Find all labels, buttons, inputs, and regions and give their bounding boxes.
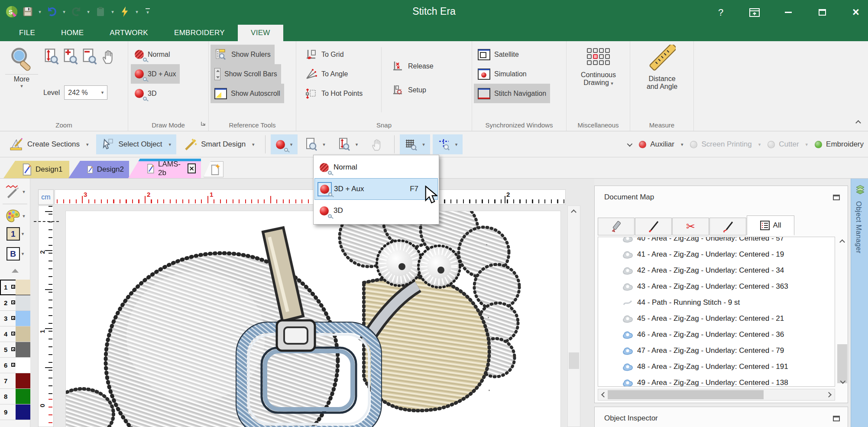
document-map-item[interactable]: 45 - Area - Zig-Zag - Underlay: Centered… (598, 310, 835, 326)
scroll-right-icon[interactable] (823, 389, 835, 400)
needle-color-2[interactable]: 2 (0, 295, 30, 311)
scroll-down-icon[interactable] (836, 376, 848, 387)
needle-color-1[interactable]: 1 (0, 280, 30, 295)
machine-toggle-auxiliar[interactable]: Auxiliar▾ (637, 134, 685, 154)
document-map-item[interactable]: 40 - Area - Zig-Zag - Underlay: Centered… (598, 237, 835, 246)
continuous-drawing-button[interactable]: Continuous Drawing ▾ (567, 48, 630, 87)
menu-item-normal[interactable]: Normal (314, 156, 438, 178)
document-map-item[interactable]: 48 - Area - Zig-Zag - Underlay: Centered… (598, 359, 835, 375)
zoom-level-combobox[interactable]: 242 %▾ (64, 85, 107, 100)
design-page[interactable] (66, 211, 560, 427)
machines-collapse-icon[interactable] (627, 140, 631, 148)
sync-stitch-navigation[interactable]: Stitch Navigation (474, 84, 550, 103)
machine-toggle-cutter[interactable]: Cutter▾ (766, 134, 810, 154)
grid-dropdown-button[interactable]: ▾ (400, 134, 430, 154)
object-inspector-maximize-icon[interactable] (833, 416, 840, 421)
zoom-tool-dropdown-button[interactable]: ▾ (300, 134, 330, 154)
needle-color-7[interactable]: 7 (0, 373, 30, 389)
sync-satellite[interactable]: Satellite (474, 45, 523, 64)
menu-item-3d[interactable]: 3D (314, 200, 438, 222)
document-tab-lams-2b[interactable]: LAMS-2b× (128, 159, 201, 178)
canvas-vertical-scrollbar[interactable] (567, 205, 580, 427)
filter-tab-needle[interactable] (635, 218, 672, 235)
sync-simulation[interactable]: Simulation (474, 64, 531, 84)
background-button[interactable]: B▾ (0, 247, 30, 261)
ribbon-tab-artwork[interactable]: ARTWORK (97, 25, 161, 41)
thread-palette-button[interactable]: ▾ (0, 208, 30, 224)
zoom-in-button[interactable] (63, 48, 78, 66)
pan-tool-button[interactable] (366, 134, 389, 154)
distance-angle-button[interactable]: Distance and Angle (630, 45, 694, 91)
draw-mode-dropdown-button[interactable]: ▾ (271, 134, 298, 154)
snap-setup[interactable]: Setup (388, 78, 430, 102)
collapse-ribbon-icon[interactable] (856, 119, 860, 127)
needle-1-button[interactable]: 1▾ (0, 227, 30, 241)
needle-color-5[interactable]: 5 (0, 342, 30, 358)
scrollbar-thumb[interactable] (608, 390, 764, 399)
object-manager-tab[interactable]: Object Manager (851, 179, 868, 427)
close-tab-icon[interactable]: × (188, 163, 196, 173)
zoom-out-button[interactable] (82, 48, 97, 66)
document-map-item[interactable]: 44 - Path - Running Stitch - 9 st (598, 294, 835, 310)
ruler-unit-label[interactable]: cm (38, 189, 54, 205)
document-map-item[interactable]: 41 - Area - Zig-Zag - Underlay: Centered… (598, 246, 835, 262)
filter-tab-pencil[interactable] (598, 218, 635, 235)
reference-show-autoscroll[interactable]: Show Autoscroll (211, 84, 284, 103)
document-map-maximize-icon[interactable] (833, 195, 840, 200)
needle-color-3[interactable]: 3 (0, 311, 30, 326)
needle-color-9[interactable]: 9 (0, 404, 30, 420)
palette-scroll-up-icon[interactable] (0, 269, 30, 273)
minimize-button[interactable] (782, 7, 794, 19)
ribbon-tab-view[interactable]: VIEW (238, 25, 283, 41)
create-sections-button[interactable]: Create Sections▾ (4, 134, 94, 154)
draw-mode-normal[interactable]: Normal (131, 45, 174, 64)
document-tab-design1[interactable]: Design1 (3, 161, 69, 178)
draw-mode-3d[interactable]: 3D (131, 84, 160, 103)
close-button[interactable]: × (850, 7, 862, 19)
snap-to-hot-points[interactable]: To Hot Points (301, 84, 366, 103)
maximize-button[interactable] (816, 7, 828, 19)
help-button[interactable]: ? (715, 7, 727, 19)
ribbon-toggle-button[interactable] (748, 7, 761, 19)
document-map-list[interactable]: 40 - Area - Zig-Zag - Underlay: Centered… (598, 237, 835, 387)
filter-tab-thread[interactable] (709, 218, 746, 235)
ribbon-tab-file[interactable]: FILE (6, 25, 48, 41)
scroll-up-icon[interactable] (568, 207, 580, 217)
select-object-button[interactable]: Select Object▾ (96, 134, 176, 154)
filter-tab-all[interactable]: All (747, 215, 794, 235)
needle-color-8[interactable]: 8 (0, 389, 30, 404)
horizontal-ruler[interactable]: 3212 (55, 189, 566, 205)
needle-color-6[interactable]: 6 (0, 358, 30, 373)
reference-show-scroll-bars[interactable]: Show Scroll Bars (211, 64, 281, 84)
ribbon-tab-home[interactable]: HOME (48, 25, 97, 41)
draw-mode-3d-aux[interactable]: 3D + Aux (131, 64, 180, 84)
machine-toggle-embroidery[interactable]: Embroidery (813, 134, 865, 154)
zoom-more-button[interactable]: More ▾ (5, 46, 38, 89)
snap-to-angle[interactable]: To Angle (301, 64, 352, 84)
document-map-vertical-scrollbar[interactable] (836, 237, 848, 387)
scroll-up-icon[interactable] (836, 237, 848, 247)
menu-item-3d-aux[interactable]: 3D + AuxF7 (314, 178, 438, 200)
stitch-edit-tool-button[interactable]: ▾ (0, 184, 30, 199)
vertical-ruler[interactable]: 210 (38, 205, 54, 427)
needle-color-4[interactable]: 4 (0, 326, 30, 342)
snap-to-grid[interactable]: To Grid (301, 45, 348, 64)
reference-show-rulers[interactable]: Show Rulers (211, 45, 275, 64)
document-map-item[interactable]: 42 - Area - Zig-Zag - Underlay: Centered… (598, 262, 835, 278)
machine-toggle-screen-printing[interactable]: Screen Printing▾ (688, 134, 762, 154)
document-map-item[interactable]: 49 - Area - Zig-Zag - Underlay: Centered… (598, 375, 835, 387)
scrollbar-thumb[interactable] (569, 352, 579, 369)
smart-design-button[interactable]: Smart Design▾ (179, 134, 260, 154)
pan-hand-icon[interactable] (101, 48, 116, 66)
ribbon-tab-embroidery[interactable]: EMBROIDERY (161, 25, 238, 41)
filter-tab-scissors[interactable]: ✂ (672, 218, 709, 235)
new-document-tab-button[interactable] (204, 161, 223, 177)
document-tab-design2[interactable]: Design2 (68, 161, 129, 178)
document-map-item[interactable]: 43 - Area - Zig-Zag - Underlay: Centered… (598, 278, 835, 294)
guides-dropdown-button[interactable]: ▾ (433, 134, 463, 154)
document-map-horizontal-scrollbar[interactable] (598, 389, 835, 401)
document-map-item[interactable]: 46 - Area - Zig-Zag - Underlay: Centered… (598, 326, 835, 342)
draw-mode-dialog-launcher-icon[interactable] (201, 120, 206, 128)
zoom-fit-height-button[interactable] (44, 48, 59, 66)
snap-release[interactable]: Release (388, 54, 437, 78)
